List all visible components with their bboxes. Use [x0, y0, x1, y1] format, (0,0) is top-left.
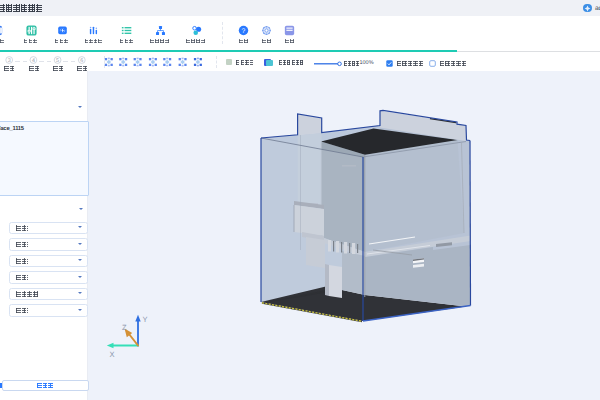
svg-text:Z: Z [122, 323, 127, 332]
svg-text:Y: Y [143, 315, 148, 324]
svg-text:X: X [110, 350, 115, 359]
